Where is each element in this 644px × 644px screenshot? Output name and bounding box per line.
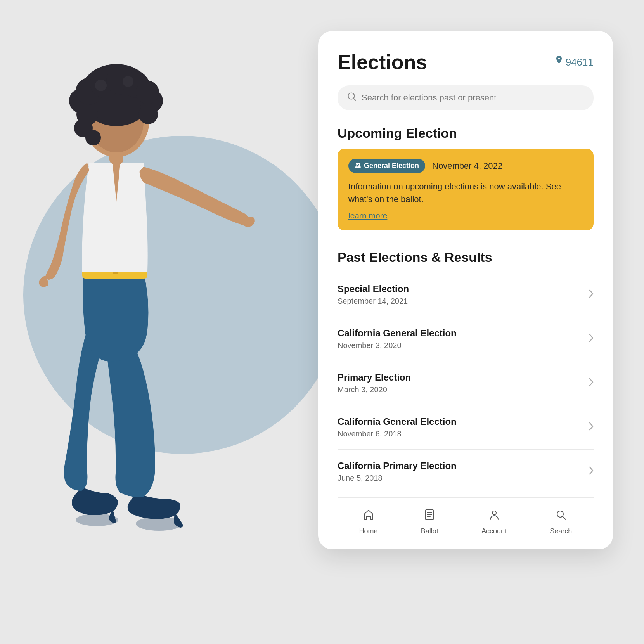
election-item-info: California Primary Election June 5, 2018 (338, 460, 457, 483)
election-list-item[interactable]: Primary Election March 3, 2020 (338, 361, 594, 405)
election-item-date: September 14, 2021 (338, 297, 409, 306)
election-item-info: California General Election November 3, … (338, 328, 457, 350)
upcoming-description: Information on upcoming elections is now… (348, 180, 583, 206)
election-list: Special Election September 14, 2021 Cali… (338, 273, 594, 493)
person-illustration (12, 39, 260, 543)
chevron-right-icon (589, 289, 594, 300)
election-tag-row: 🗳 General Election November 4, 2022 (348, 159, 583, 173)
search-nav-icon (555, 509, 567, 524)
search-input[interactable] (362, 93, 583, 103)
election-item-date: November 6. 2018 (338, 429, 457, 438)
svg-point-20 (95, 80, 107, 91)
election-list-item[interactable]: California General Election November 3, … (338, 317, 594, 361)
home-icon (362, 509, 375, 524)
election-item-date: June 5, 2018 (338, 474, 457, 483)
search-icon (348, 92, 356, 103)
election-item-title: California General Election (338, 328, 457, 339)
phone-header: Elections 94611 (338, 50, 594, 74)
nav-account[interactable]: Account (481, 509, 507, 535)
election-item-info: Special Election September 14, 2021 (338, 284, 409, 306)
location-value: 94611 (566, 56, 594, 68)
svg-point-19 (136, 81, 159, 104)
learn-more-link[interactable]: learn more (348, 211, 387, 220)
election-item-info: Primary Election March 3, 2020 (338, 372, 411, 394)
ballot-nav-icon (423, 509, 436, 524)
nav-ballot-label: Ballot (421, 527, 438, 535)
nav-search[interactable]: Search (550, 509, 572, 535)
chevron-right-icon (589, 466, 594, 477)
upcoming-section-title: Upcoming Election (338, 126, 594, 141)
svg-line-30 (563, 517, 566, 520)
past-elections-section: Past Elections & Results Special Electio… (338, 250, 594, 493)
chevron-right-icon (589, 334, 594, 345)
search-bar[interactable] (338, 85, 594, 110)
election-date: November 4, 2022 (432, 161, 502, 171)
nav-home-label: Home (359, 527, 378, 535)
election-item-date: March 3, 2020 (338, 385, 411, 394)
svg-line-23 (354, 99, 356, 100)
svg-point-12 (85, 130, 101, 145)
ballot-icon: 🗳 (355, 163, 361, 170)
election-item-title: Special Election (338, 284, 409, 294)
svg-point-21 (123, 76, 133, 87)
phone-card: Elections 94611 Upcoming Election 🗳 Gene… (318, 31, 613, 549)
election-item-info: California General Election November 6. … (338, 416, 457, 438)
chevron-right-icon (589, 378, 594, 389)
svg-point-14 (138, 105, 158, 124)
nav-ballot[interactable]: Ballot (421, 509, 438, 535)
upcoming-election-card[interactable]: 🗳 General Election November 4, 2022 Info… (338, 149, 594, 230)
page-title: Elections (338, 50, 427, 74)
svg-point-28 (492, 511, 496, 515)
nav-home[interactable]: Home (359, 509, 378, 535)
election-item-title: California Primary Election (338, 460, 457, 471)
election-list-item[interactable]: California Primary Election June 5, 2018 (338, 450, 594, 493)
election-item-title: Primary Election (338, 372, 411, 383)
location-icon (555, 56, 563, 68)
chevron-right-icon (589, 422, 594, 433)
nav-account-label: Account (481, 527, 507, 535)
svg-point-29 (557, 511, 563, 517)
account-icon (488, 509, 500, 524)
nav-search-label: Search (550, 527, 572, 535)
past-elections-section-title: Past Elections & Results (338, 250, 594, 265)
bottom-nav: Home Ballot Account (338, 497, 594, 549)
election-list-item[interactable]: Special Election September 14, 2021 (338, 273, 594, 317)
svg-point-22 (348, 93, 355, 99)
election-item-title: California General Election (338, 416, 457, 427)
election-type-tag: 🗳 General Election (348, 159, 425, 173)
election-item-date: November 3, 2020 (338, 341, 457, 350)
location-badge[interactable]: 94611 (555, 56, 594, 68)
election-list-item[interactable]: California General Election November 6. … (338, 405, 594, 450)
